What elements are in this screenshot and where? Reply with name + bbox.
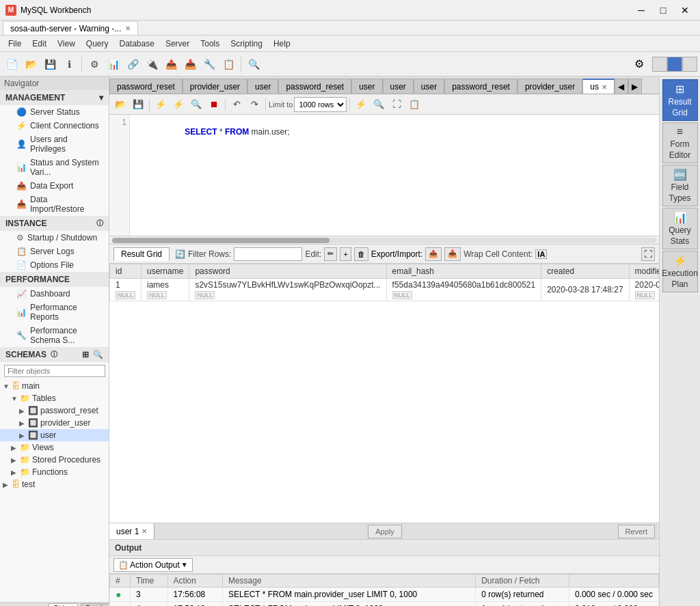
right-panel-execution-plan[interactable]: ⚡ Execution Plan	[662, 251, 698, 292]
sql-code[interactable]: SELECT * FROM main.user;	[130, 115, 659, 236]
table-row[interactable]: 1 NULL iames NULL s2vS15suw7YLBvkHfLWv1s…	[110, 279, 660, 301]
nav-performance-reports[interactable]: 📊 Performance Reports	[0, 301, 109, 324]
right-panel-query-stats[interactable]: 📊 Query Stats	[662, 208, 698, 249]
editor-explain-btn[interactable]: 🔍	[188, 97, 204, 112]
tab-user-4[interactable]: user	[414, 79, 444, 94]
editor-undo-btn[interactable]: ↶	[228, 97, 245, 112]
editor-run-btn[interactable]: ⚡	[152, 97, 169, 112]
action-output-select[interactable]: 📋 Action Output ▼	[113, 558, 193, 572]
cell-created[interactable]: 2020-03-28 17:48:27	[541, 279, 629, 301]
editor-snippet-btn[interactable]: 📋	[406, 97, 422, 112]
table-password-reset[interactable]: ▶ 🔲 password_reset	[0, 404, 109, 417]
menu-server[interactable]: Server	[160, 38, 195, 50]
editor-save-btn[interactable]: 💾	[130, 97, 146, 112]
tab-provider-user-1[interactable]: provider_user	[183, 79, 247, 94]
schemas-section-header[interactable]: SCHEMAS ⓘ ⊞ 🔍	[0, 347, 109, 362]
minimize-button[interactable]: ─	[632, 3, 651, 17]
tab-provider-user-2[interactable]: provider_user	[517, 79, 582, 94]
import-btn[interactable]: 📥	[444, 247, 461, 261]
fullscreen-btn[interactable]: ⛶	[641, 247, 655, 261]
menu-file[interactable]: File	[3, 38, 27, 50]
toolbar-btn7[interactable]: 🔌	[143, 55, 161, 73]
tables-folder[interactable]: ▼ 📁 Tables	[0, 392, 109, 404]
editor-run-current-btn[interactable]: ⚡	[170, 97, 187, 112]
edit-pencil-btn[interactable]: ✏	[324, 247, 337, 261]
limit-select[interactable]: 1000 rows	[294, 97, 347, 112]
bottom-tab-close-icon[interactable]: ✕	[142, 527, 147, 535]
tab-us-active[interactable]: us ✕	[582, 79, 615, 94]
view-btn-2[interactable]	[667, 57, 682, 72]
right-panel-field-types[interactable]: 🔤 Field Types	[662, 165, 698, 206]
output-row-2[interactable]: ● 4 17:56:10 SELECT * FROM main.user LIM…	[110, 602, 659, 607]
data-table-container[interactable]: id username password email_hash created …	[109, 264, 659, 523]
cell-id[interactable]: 1 NULL	[110, 279, 142, 301]
tab-object-info[interactable]: Object Info	[49, 603, 78, 607]
toolbar-btn9[interactable]: 📥	[181, 55, 199, 73]
nav-startup-shutdown[interactable]: ⚙ Startup / Shutdown	[0, 231, 109, 245]
editor-hscroll[interactable]	[109, 236, 659, 244]
editor-zoom-btn[interactable]: ⛶	[388, 97, 405, 112]
toolbar-btn4[interactable]: ⚙	[85, 55, 103, 73]
editor-open-btn[interactable]: 📂	[112, 97, 129, 112]
nav-dashboard[interactable]: 📈 Dashboard	[0, 287, 109, 301]
editor-stop-btn[interactable]: ⏹	[206, 97, 222, 112]
toolbar-btn12[interactable]: 🔍	[245, 55, 262, 73]
management-section[interactable]: MANAGEMENT ▾	[0, 90, 109, 105]
app-tab-close[interactable]: ✕	[125, 25, 131, 32]
cell-username[interactable]: iames NULL	[142, 279, 189, 301]
tab-user-1[interactable]: user	[247, 79, 278, 94]
editor-redo-btn[interactable]: ↷	[246, 97, 262, 112]
output-row-1[interactable]: ● 3 17:56:08 SELECT * FROM main.provider…	[110, 588, 659, 602]
performance-section[interactable]: PERFORMANCE	[0, 272, 109, 287]
menu-edit[interactable]: Edit	[27, 38, 52, 50]
schemas-add-icon[interactable]: ⊞	[82, 350, 89, 359]
edit-delete-btn[interactable]: 🗑	[354, 247, 368, 261]
apply-button[interactable]: Apply	[368, 525, 402, 538]
view-btn-1[interactable]	[652, 57, 667, 72]
nav-server-status[interactable]: 🔵 Server Status	[0, 105, 109, 119]
toolbar-btn6[interactable]: 🔗	[124, 55, 142, 73]
schema-test[interactable]: ▶ 🗄 test	[0, 478, 109, 491]
tab-scroll-right[interactable]: ▶	[628, 79, 642, 94]
schema-main[interactable]: ▼ 🗄 main	[0, 380, 109, 392]
menu-view[interactable]: View	[52, 38, 81, 50]
table-user[interactable]: ▶ 🔲 user	[0, 429, 109, 441]
toolbar-btn11[interactable]: 📋	[219, 55, 237, 73]
nav-client-connections[interactable]: ⚡ Client Connections	[0, 119, 109, 133]
instance-section[interactable]: INSTANCE ⓘ	[0, 216, 109, 231]
editor-format-btn[interactable]: ⚡	[353, 97, 369, 112]
menu-query[interactable]: Query	[81, 38, 114, 50]
toolbar-btn5[interactable]: 📊	[105, 55, 122, 73]
tab-session[interactable]: Session	[81, 603, 109, 607]
table-provider-user[interactable]: ▶ 🔲 provider_user	[0, 417, 109, 429]
revert-button[interactable]: Revert	[618, 525, 655, 538]
nav-perf-schema[interactable]: 🔧 Performance Schema S...	[0, 324, 109, 347]
settings-icon[interactable]: ⚙	[630, 55, 648, 73]
tab-password-reset-3[interactable]: password_reset	[444, 79, 517, 94]
result-grid-tab[interactable]: Result Grid	[113, 247, 170, 261]
edit-add-btn[interactable]: +	[340, 247, 351, 261]
nav-users-privileges[interactable]: 👤 Users and Privileges	[0, 133, 109, 156]
nav-status-vars[interactable]: 📊 Status and System Vari...	[0, 156, 109, 179]
output-table-container[interactable]: # Time Action Message Duration / Fetch ●	[109, 574, 659, 606]
stored-procedures-folder[interactable]: ▶ 📁 Stored Procedures	[0, 454, 109, 466]
tab-user-2[interactable]: user	[351, 79, 382, 94]
tab-password-reset-1[interactable]: password_reset	[109, 79, 183, 94]
bottom-tab-user1[interactable]: user 1 ✕	[109, 523, 154, 539]
editor-find-btn[interactable]: 🔍	[371, 97, 387, 112]
toolbar-btn10[interactable]: 🔧	[200, 55, 218, 73]
cell-email-hash[interactable]: f55da34139a49405680a1b61dc800521 NULL	[386, 279, 541, 301]
tab-scroll-left[interactable]: ◀	[615, 79, 628, 94]
toolbar-btn8[interactable]: 📤	[162, 55, 180, 73]
schemas-filter-icon[interactable]: 🔍	[93, 350, 103, 359]
tab-password-reset-2[interactable]: password_reset	[278, 79, 351, 94]
menu-database[interactable]: Database	[114, 38, 160, 50]
toolbar-open-btn[interactable]: 📂	[22, 55, 40, 73]
close-button[interactable]: ✕	[675, 3, 695, 17]
nav-server-logs[interactable]: 📋 Server Logs	[0, 245, 109, 258]
right-panel-form-editor[interactable]: ≡ Form Editor	[662, 122, 698, 163]
app-tab[interactable]: sosa-auth-server - Warning -... ✕	[3, 21, 138, 35]
toolbar-new-btn[interactable]: 📄	[3, 55, 21, 73]
cell-password[interactable]: s2vS15suw7YLBvkHfLWv1swKqPBzOwxqiOopzt..…	[189, 279, 386, 301]
menu-tools[interactable]: Tools	[195, 38, 225, 50]
